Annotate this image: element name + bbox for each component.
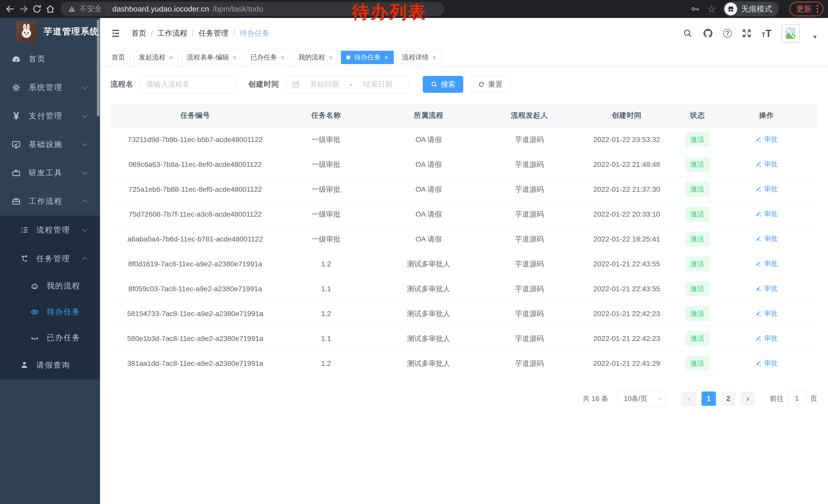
chevron-down-icon bbox=[82, 112, 87, 118]
approve-link[interactable]: 审批 bbox=[755, 359, 778, 368]
cell-task-name: 一级审批 bbox=[280, 202, 372, 227]
update-label: 更新 bbox=[796, 4, 812, 14]
tab-my-process[interactable]: 我的流程 × bbox=[293, 51, 338, 64]
security-label[interactable]: 不安全 bbox=[80, 4, 102, 14]
end-date-placeholder[interactable]: 结束日期 bbox=[354, 80, 403, 89]
approve-link[interactable]: 审批 bbox=[755, 259, 778, 268]
next-page-button[interactable]: › bbox=[741, 392, 755, 406]
breadcrumb-home[interactable]: 首页 bbox=[131, 28, 146, 39]
sidebar-item-process-mgmt[interactable]: 流程管理 bbox=[0, 216, 100, 244]
bookmark-star-icon[interactable]: ☆ bbox=[707, 4, 716, 14]
cell-starter: 芋道源码 bbox=[485, 202, 574, 227]
tab-close-icon[interactable]: × bbox=[233, 54, 237, 61]
browser-reload-button[interactable] bbox=[30, 2, 44, 16]
tab-process-detail[interactable]: 流程详情 × bbox=[397, 51, 442, 64]
approve-link[interactable]: 审批 bbox=[755, 334, 778, 343]
tab-close-icon[interactable]: × bbox=[432, 54, 436, 61]
browser-back-button[interactable] bbox=[4, 2, 17, 16]
cell-create-time: 2022-01-21 22:42:23 bbox=[574, 301, 680, 326]
tab-form-edit[interactable]: 流程表单-编辑 × bbox=[181, 51, 242, 64]
chrome-update-button[interactable]: 更新 bbox=[790, 2, 823, 16]
start-date-placeholder[interactable]: 开始日期 bbox=[300, 80, 349, 89]
breadcrumb-separator: / bbox=[151, 29, 153, 37]
table-row: 8f059c03-7ac8-11ec-a9e2-a2380e71991a 1.1… bbox=[110, 276, 818, 301]
browser-menu-icon[interactable] bbox=[816, 4, 819, 14]
sidebar-item-label: 首页 bbox=[29, 54, 46, 64]
sidebar-item-leave-query[interactable]: 请假查询 bbox=[0, 351, 100, 379]
date-range-picker[interactable]: 开始日期 - 结束日期 bbox=[286, 75, 408, 93]
reset-button[interactable]: 重置 bbox=[470, 76, 510, 93]
approve-link[interactable]: 审批 bbox=[755, 309, 778, 318]
refresh-icon bbox=[478, 81, 485, 88]
tab-label: 我的流程 bbox=[298, 53, 325, 62]
process-name-input[interactable] bbox=[140, 75, 236, 93]
sidebar-item-infra[interactable]: 基础设施 bbox=[0, 130, 100, 159]
tab-close-icon[interactable]: × bbox=[329, 54, 332, 61]
sidebar-item-task-mgmt[interactable]: 任务管理 bbox=[0, 244, 100, 273]
sidebar-item-done-tasks[interactable]: 已办任务 bbox=[0, 325, 100, 351]
search-button[interactable]: 搜索 bbox=[423, 76, 463, 93]
approve-link[interactable]: 审批 bbox=[755, 135, 778, 144]
prev-page-button[interactable]: ‹ bbox=[682, 392, 696, 406]
tab-close-icon[interactable]: × bbox=[281, 54, 285, 61]
approve-link[interactable]: 审批 bbox=[755, 185, 778, 193]
annotation-overlay: 待办列表 bbox=[352, 1, 427, 24]
not-secure-warning-icon[interactable] bbox=[68, 5, 76, 13]
sidebar-item-my-process[interactable]: 我的流程 bbox=[0, 273, 100, 299]
tab-todo-tasks[interactable]: 待办任务 × bbox=[341, 51, 394, 64]
github-icon[interactable] bbox=[703, 28, 713, 39]
fullscreen-icon[interactable] bbox=[742, 28, 752, 39]
app-logo-row[interactable]: 芋道管理系统 bbox=[0, 18, 100, 45]
sidebar-item-label: 待办任务 bbox=[47, 307, 81, 317]
sidebar-item-workflow[interactable]: 工作流程 bbox=[0, 187, 100, 216]
approve-link[interactable]: 审批 bbox=[755, 160, 778, 169]
sidebar-scrollbar[interactable] bbox=[97, 19, 99, 117]
approve-link[interactable]: 审批 bbox=[755, 234, 778, 243]
cell-task-id: 580e1b3d-7ac8-11ec-a9e2-a2380e71991a bbox=[110, 326, 280, 351]
breadcrumb-task-mgmt[interactable]: 任务管理 bbox=[199, 28, 228, 39]
status-badge: 激活 bbox=[686, 207, 709, 222]
avatar[interactable] bbox=[781, 24, 800, 43]
tree-icon bbox=[20, 254, 29, 263]
process-name-label: 流程名 bbox=[110, 79, 133, 89]
tab-close-icon[interactable]: × bbox=[169, 54, 173, 61]
approve-link[interactable]: 审批 bbox=[755, 210, 778, 218]
workflow-submenu: 流程管理 任务管理 我的流程 待办任务 bbox=[0, 216, 100, 379]
search-icon[interactable] bbox=[682, 28, 693, 39]
tab-start-process[interactable]: 发起流程 × bbox=[133, 51, 178, 64]
goto-page-input[interactable] bbox=[788, 391, 806, 406]
sidebar-collapse-icon[interactable] bbox=[110, 28, 121, 39]
password-key-icon[interactable] bbox=[690, 4, 700, 14]
sidebar-item-home[interactable]: 首页 bbox=[0, 45, 100, 73]
tab-home[interactable]: 首页 bbox=[106, 51, 130, 64]
font-size-icon[interactable]: TT bbox=[761, 29, 772, 38]
browser-forward-button[interactable] bbox=[17, 2, 30, 16]
cell-starter: 芋道源码 bbox=[485, 276, 574, 301]
page-button-1[interactable]: 1 bbox=[702, 392, 716, 406]
avatar-dropdown-caret-icon[interactable]: ▼ bbox=[812, 34, 818, 41]
table-row: a6aba0a4-7b6d-11ec-b781-acde48001122 一级审… bbox=[110, 227, 818, 251]
cell-starter: 芋道源码 bbox=[485, 177, 574, 202]
approve-link[interactable]: 审批 bbox=[755, 284, 778, 293]
sidebar-item-system[interactable]: 系统管理 bbox=[0, 73, 100, 102]
tab-done-tasks[interactable]: 已办任务 × bbox=[245, 51, 290, 64]
cell-task-name: 一级审批 bbox=[280, 177, 372, 202]
url-host[interactable]: dashboard.yudao.iocoder.cn bbox=[112, 5, 209, 13]
table-row: 069c6a63-7b8a-11ec-8ef0-acde48001122 一级审… bbox=[110, 152, 818, 177]
sidebar-item-todo-tasks[interactable]: 待办任务 bbox=[0, 299, 100, 325]
col-actions: 操作 bbox=[715, 103, 818, 127]
chevron-up-icon bbox=[82, 199, 87, 205]
sidebar-item-payment[interactable]: ¥ 支付管理 bbox=[0, 102, 100, 130]
url-path[interactable]: /bpm/task/todo bbox=[213, 5, 263, 13]
cell-process: 测试多审批人 bbox=[372, 251, 485, 276]
help-icon[interactable]: ? bbox=[723, 29, 732, 38]
search-button-label: 搜索 bbox=[441, 80, 455, 89]
tab-close-icon[interactable]: × bbox=[384, 54, 388, 61]
range-separator: - bbox=[349, 80, 353, 88]
page-size-select[interactable]: 10条/页 bbox=[617, 391, 666, 407]
browser-home-button[interactable] bbox=[44, 2, 57, 16]
breadcrumb-workflow[interactable]: 工作流程 bbox=[158, 28, 187, 39]
sidebar-item-devtools[interactable]: 研发工具 bbox=[0, 159, 100, 187]
table-header-row: 任务编号 任务名称 所属流程 流程发起人 创建时间 状态 操作 bbox=[110, 103, 818, 127]
page-button-2[interactable]: 2 bbox=[721, 392, 735, 406]
